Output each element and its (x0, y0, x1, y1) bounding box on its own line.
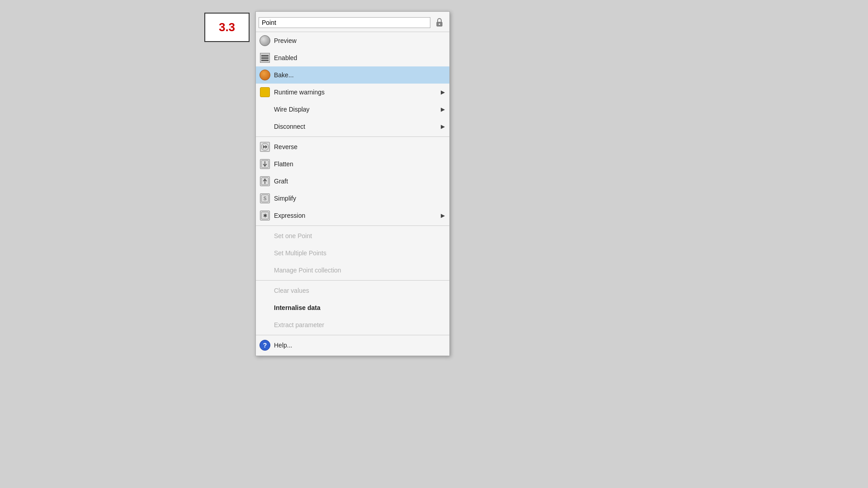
internalise-data-icon-placeholder (259, 301, 271, 314)
context-menu: Preview Enabled Bake... Runtime warnings… (255, 11, 450, 356)
preview-icon (259, 34, 271, 47)
menu-item-help[interactable]: ? Help... (256, 337, 449, 354)
extract-parameter-icon-placeholder (259, 319, 271, 331)
svg-text:S: S (264, 196, 267, 201)
graft-label: Graft (274, 178, 445, 185)
bake-icon (259, 69, 271, 81)
disconnect-arrow: ▶ (441, 123, 445, 130)
set-one-point-label: Set one Point (274, 232, 445, 239)
menu-item-manage-point-collection[interactable]: Manage Point collection (256, 262, 449, 279)
menu-item-wire-display[interactable]: Wire Display ▶ (256, 101, 449, 118)
set-multiple-points-icon-placeholder (259, 247, 271, 259)
separator-1 (256, 136, 449, 137)
disconnect-icon-placeholder (259, 120, 271, 133)
component-name-input[interactable] (259, 17, 430, 28)
clear-values-icon-placeholder (259, 284, 271, 297)
runtime-icon (259, 86, 271, 99)
graft-icon (259, 175, 271, 188)
manage-point-collection-label: Manage Point collection (274, 267, 445, 274)
menu-item-graft[interactable]: Graft (256, 173, 449, 190)
menu-item-enabled[interactable]: Enabled (256, 49, 449, 66)
set-one-point-icon-placeholder (259, 230, 271, 242)
menu-item-runtime-warnings[interactable]: Runtime warnings ▶ (256, 84, 449, 101)
menu-item-set-multiple-points[interactable]: Set Multiple Points (256, 244, 449, 262)
lock-icon[interactable] (432, 15, 447, 30)
preview-label: Preview (274, 37, 445, 44)
separator-2 (256, 225, 449, 226)
separator-3 (256, 280, 449, 281)
version-badge: 3.3 (204, 13, 250, 42)
menu-item-expression[interactable]: ✱ Expression ▶ (256, 207, 449, 224)
menu-header (256, 14, 449, 32)
set-multiple-points-label: Set Multiple Points (274, 249, 445, 257)
svg-text:✱: ✱ (263, 213, 267, 218)
runtime-warnings-label: Runtime warnings (274, 89, 441, 96)
lock-svg (434, 17, 445, 28)
simplify-icon: S (259, 192, 271, 205)
version-text: 3.3 (219, 20, 235, 34)
menu-item-clear-values[interactable]: Clear values (256, 282, 449, 299)
help-label: Help... (274, 342, 445, 349)
separator-4 (256, 335, 449, 335)
menu-item-set-one-point[interactable]: Set one Point (256, 227, 449, 244)
simplify-label: Simplify (274, 195, 445, 202)
expression-icon: ✱ (259, 209, 271, 222)
help-icon: ? (259, 339, 271, 352)
menu-item-preview[interactable]: Preview (256, 32, 449, 49)
enabled-label: Enabled (274, 54, 445, 61)
menu-item-disconnect[interactable]: Disconnect ▶ (256, 118, 449, 135)
menu-item-reverse[interactable]: Reverse (256, 138, 449, 155)
expression-arrow: ▶ (441, 212, 445, 219)
bake-label: Bake... (274, 71, 445, 79)
enabled-icon (259, 52, 271, 64)
expression-label: Expression (274, 212, 441, 219)
extract-parameter-label: Extract parameter (274, 321, 445, 328)
reverse-icon (259, 141, 271, 153)
manage-point-collection-icon-placeholder (259, 264, 271, 277)
runtime-warnings-arrow: ▶ (441, 89, 445, 95)
wire-display-icon-placeholder (259, 103, 271, 116)
flatten-label: Flatten (274, 160, 445, 168)
reverse-label: Reverse (274, 143, 445, 150)
wire-display-label: Wire Display (274, 106, 441, 113)
menu-item-flatten[interactable]: Flatten (256, 155, 449, 173)
disconnect-label: Disconnect (274, 123, 441, 130)
internalise-data-label: Internalise data (274, 304, 445, 311)
flatten-icon (259, 158, 271, 170)
menu-item-simplify[interactable]: S Simplify (256, 190, 449, 207)
menu-item-bake[interactable]: Bake... (256, 66, 449, 84)
menu-item-internalise-data[interactable]: Internalise data (256, 299, 449, 316)
wire-display-arrow: ▶ (441, 106, 445, 113)
clear-values-label: Clear values (274, 287, 445, 294)
svg-point-1 (439, 23, 440, 25)
menu-item-extract-parameter[interactable]: Extract parameter (256, 316, 449, 333)
